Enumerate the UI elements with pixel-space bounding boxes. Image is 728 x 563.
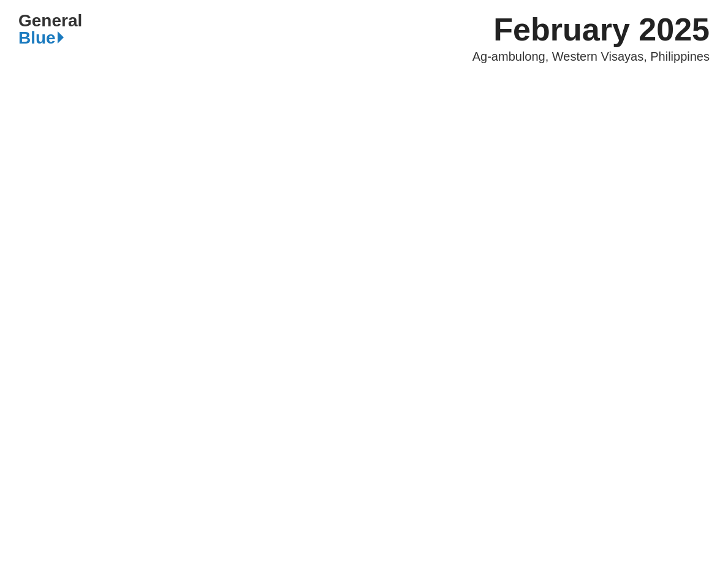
page-header: General Blue February 2025 Ag-ambulong, … xyxy=(18,12,710,64)
logo: General Blue xyxy=(18,12,82,47)
main-title: February 2025 xyxy=(472,12,710,47)
subtitle: Ag-ambulong, Western Visayas, Philippine… xyxy=(472,50,710,64)
logo-blue: Blue xyxy=(18,29,64,47)
logo-general: General xyxy=(18,12,82,29)
title-block: February 2025 Ag-ambulong, Western Visay… xyxy=(472,12,710,64)
logo-arrow-icon xyxy=(58,31,64,44)
